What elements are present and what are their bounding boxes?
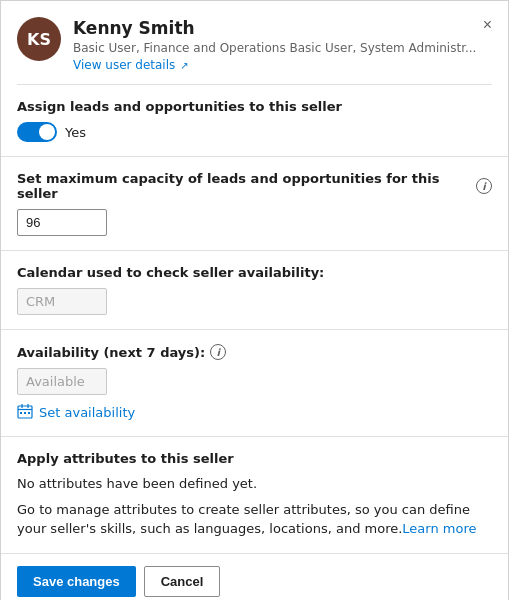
view-user-details-link[interactable]: View user details ↗ [73,58,189,72]
calendar-label: Calendar used to check seller availabili… [17,265,492,280]
calendar-section: Calendar used to check seller availabili… [1,251,508,330]
toggle-thumb [39,124,55,140]
toggle-label: Yes [65,125,86,140]
svg-rect-4 [20,412,22,414]
availability-value: Available [17,368,107,395]
max-capacity-section: Set maximum capacity of leads and opport… [1,157,508,251]
header: KS Kenny Smith Basic User, Finance and O… [1,1,508,84]
attributes-section: Apply attributes to this seller No attri… [1,437,508,553]
seller-name: Kenny Smith [73,17,492,39]
assign-leads-section: Assign leads and opportunities to this s… [1,85,508,157]
max-capacity-input[interactable] [17,209,107,236]
external-link-icon: ↗ [180,60,188,71]
availability-label: Availability (next 7 days): i [17,344,492,360]
max-capacity-label: Set maximum capacity of leads and opport… [17,171,492,201]
learn-more-link[interactable]: Learn more [402,521,476,536]
assign-leads-toggle[interactable] [17,122,57,142]
close-button[interactable]: × [479,13,496,37]
svg-rect-5 [24,412,26,414]
header-info: Kenny Smith Basic User, Finance and Oper… [73,17,492,72]
footer: Save changes Cancel [1,553,508,600]
set-availability-row[interactable]: Set availability [17,403,492,422]
max-capacity-info-icon[interactable]: i [476,178,492,194]
toggle-track[interactable] [17,122,57,142]
calendar-icon [17,403,33,422]
avatar: KS [17,17,61,61]
seller-roles: Basic User, Finance and Operations Basic… [73,41,492,55]
availability-info-icon[interactable]: i [210,344,226,360]
seller-panel: KS Kenny Smith Basic User, Finance and O… [0,0,509,600]
svg-rect-6 [28,412,30,414]
calendar-value: CRM [17,288,107,315]
no-attributes-text: No attributes have been defined yet. [17,474,492,494]
attributes-label: Apply attributes to this seller [17,451,492,466]
attributes-body: No attributes have been defined yet. Go … [17,474,492,539]
availability-section: Availability (next 7 days): i Available … [1,330,508,437]
set-availability-label[interactable]: Set availability [39,405,135,420]
assign-leads-label: Assign leads and opportunities to this s… [17,99,492,114]
toggle-row: Yes [17,122,492,142]
cancel-button[interactable]: Cancel [144,566,221,597]
save-changes-button[interactable]: Save changes [17,566,136,597]
